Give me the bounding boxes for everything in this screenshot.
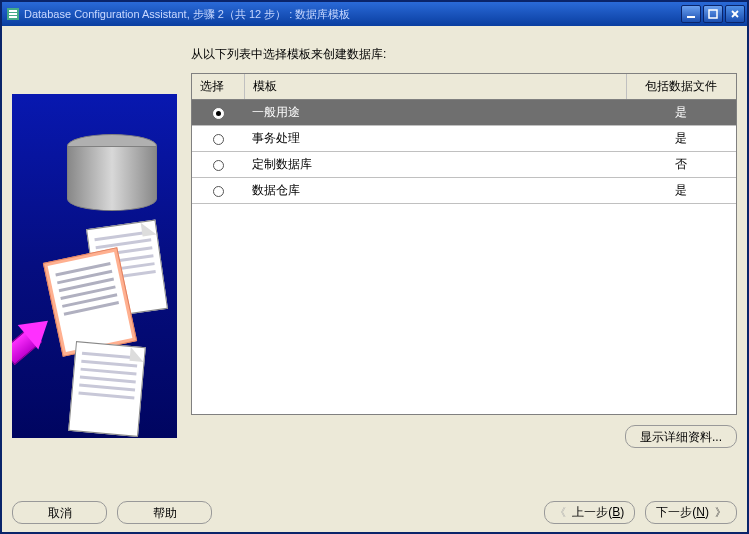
include-value: 否 [626,152,736,178]
instruction-text: 从以下列表中选择模板来创建数据库: [191,38,737,73]
template-name: 数据仓库 [244,178,626,204]
minimize-button[interactable] [681,5,701,23]
right-panel: 从以下列表中选择模板来创建数据库: 选择 模板 包括数据文件 [191,38,737,448]
next-label: 下一步(N) [656,504,709,521]
radio-icon[interactable] [213,160,224,171]
show-details-button[interactable]: 显示详细资料... [625,425,737,448]
document-icon [68,341,146,437]
maximize-button[interactable] [703,5,723,23]
chevron-right-icon: 》 [715,505,726,520]
main-row: 从以下列表中选择模板来创建数据库: 选择 模板 包括数据文件 [12,38,737,448]
include-value: 是 [626,126,736,152]
titlebar-left: Database Configuration Assistant, 步骤 2（共… [6,7,350,22]
table-row[interactable]: 一般用途 是 [192,100,736,126]
table-row[interactable]: 定制数据库 否 [192,152,736,178]
cancel-button[interactable]: 取消 [12,501,107,524]
radio-icon[interactable] [213,186,224,197]
radio-icon[interactable] [213,134,224,145]
svg-rect-4 [687,16,695,18]
close-button[interactable] [725,5,745,23]
help-button[interactable]: 帮助 [117,501,212,524]
radio-icon[interactable] [213,108,224,119]
svg-rect-1 [9,10,17,12]
col-select: 选择 [192,74,244,100]
content-area: 从以下列表中选择模板来创建数据库: 选择 模板 包括数据文件 [2,28,747,532]
table-header-row: 选择 模板 包括数据文件 [192,74,736,100]
app-icon [6,7,20,21]
svg-rect-3 [9,16,17,18]
table-row[interactable]: 事务处理 是 [192,126,736,152]
window: Database Configuration Assistant, 步骤 2（共… [0,0,749,534]
template-table: 选择 模板 包括数据文件 一般用途 是 [192,74,736,204]
include-value: 是 [626,178,736,204]
col-template: 模板 [244,74,626,100]
svg-rect-2 [9,13,17,15]
titlebar: Database Configuration Assistant, 步骤 2（共… [2,2,747,26]
database-cylinder-icon [67,134,157,214]
chevron-left-icon: 《 [555,505,566,520]
svg-rect-5 [709,10,717,18]
table-row[interactable]: 数据仓库 是 [192,178,736,204]
titlebar-buttons [681,5,745,23]
window-title: Database Configuration Assistant, 步骤 2（共… [24,7,350,22]
col-include: 包括数据文件 [626,74,736,100]
wizard-side-image [12,94,177,438]
details-row: 显示详细资料... [191,415,737,448]
template-name: 定制数据库 [244,152,626,178]
include-value: 是 [626,100,736,126]
template-table-container: 选择 模板 包括数据文件 一般用途 是 [191,73,737,415]
back-label: 上一步(B) [572,504,624,521]
template-name: 一般用途 [244,100,626,126]
template-name: 事务处理 [244,126,626,152]
back-button[interactable]: 《 上一步(B) [544,501,635,524]
next-button[interactable]: 下一步(N) 》 [645,501,737,524]
wizard-nav-bar: 取消 帮助 《 上一步(B) 下一步(N) 》 [12,501,737,524]
